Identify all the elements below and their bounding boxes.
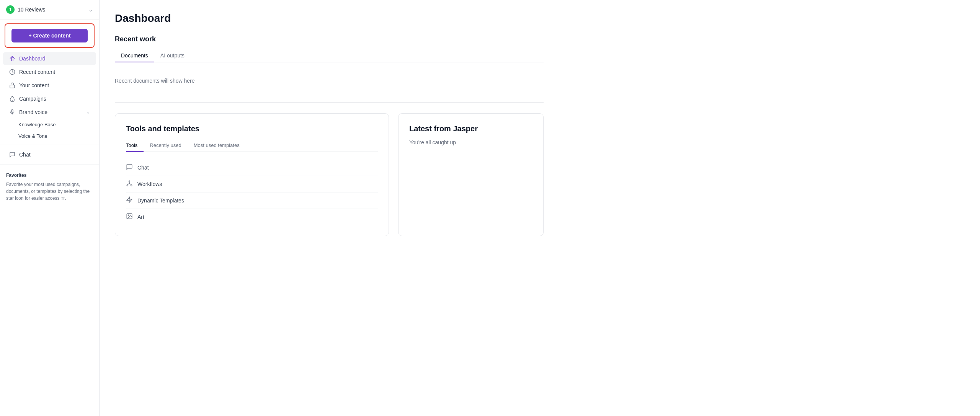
panel-tab-most-used[interactable]: Most used templates <box>188 139 246 152</box>
favorites-section: Favorites Favorite your most used campai… <box>0 168 99 206</box>
svg-line-10 <box>129 183 131 185</box>
workflows-tool-icon <box>126 180 133 188</box>
svg-point-5 <box>129 181 130 182</box>
sidebar-item-brand-voice[interactable]: Brand voice ⌄ <box>3 106 96 119</box>
sidebar-header: 1 10 Reviews ⌄ <box>0 0 99 20</box>
svg-rect-1 <box>10 85 15 88</box>
sidebar-item-knowledge-base-label: Knowledge Base <box>18 122 56 127</box>
favorites-description: Favorite your most used campaigns, docum… <box>6 181 93 202</box>
lock-icon <box>9 82 15 88</box>
reviews-title: 10 Reviews <box>18 7 88 13</box>
sidebar-item-your-content-label: Your content <box>19 82 49 88</box>
tab-documents[interactable]: Documents <box>115 49 154 62</box>
sidebar-item-chat-label: Chat <box>19 152 31 158</box>
page-title: Dashboard <box>115 12 544 24</box>
sidebar-item-recent-label: Recent content <box>19 69 55 75</box>
svg-line-9 <box>127 183 129 185</box>
jasper-panel-title: Latest from Jasper <box>409 124 532 133</box>
create-content-button[interactable]: + Create content <box>11 29 88 42</box>
chevron-down-icon: ⌄ <box>86 109 90 115</box>
mic-icon <box>9 109 15 115</box>
tool-item-workflows-label: Workflows <box>137 181 162 187</box>
tool-item-art-label: Art <box>137 214 144 220</box>
svg-rect-3 <box>11 109 13 112</box>
sidebar-item-brand-voice-label: Brand voice <box>19 109 47 115</box>
reviews-badge: 1 <box>6 5 15 14</box>
recent-work-title: Recent work <box>115 35 544 43</box>
dynamic-templates-icon <box>126 196 133 205</box>
sidebar-nav: Dashboard Recent content Your content <box>0 52 99 162</box>
tool-item-workflows[interactable]: Workflows <box>126 176 378 193</box>
tools-panel-title: Tools and templates <box>126 124 378 133</box>
sidebar-item-recent-content[interactable]: Recent content <box>3 65 96 78</box>
section-divider <box>115 102 544 103</box>
sidebar-item-campaigns[interactable]: Campaigns <box>3 92 96 105</box>
home-icon <box>9 55 15 62</box>
clock-icon <box>9 69 15 75</box>
sidebar-item-dashboard[interactable]: Dashboard <box>3 52 96 65</box>
recent-work-tabs: Documents AI outputs <box>115 49 544 62</box>
art-tool-icon <box>126 213 133 221</box>
create-button-wrapper: + Create content <box>5 23 95 48</box>
chevron-down-icon[interactable]: ⌄ <box>88 7 93 13</box>
svg-point-13 <box>128 215 129 215</box>
main-content: Dashboard Recent work Documents AI outpu… <box>100 0 980 416</box>
tool-item-art[interactable]: Art <box>126 209 378 225</box>
sidebar-item-campaigns-label: Campaigns <box>19 96 46 102</box>
jasper-panel-subtitle: You're all caught up <box>409 139 532 145</box>
sidebar: 1 10 Reviews ⌄ + Create content Dashboar… <box>0 0 100 416</box>
tools-panel-tabs: Tools Recently used Most used templates <box>126 139 378 152</box>
sidebar-item-dashboard-label: Dashboard <box>19 55 46 62</box>
favorites-title: Favorites <box>6 173 93 178</box>
sidebar-item-knowledge-base[interactable]: Knowledge Base <box>3 119 96 130</box>
tools-panel: Tools and templates Tools Recently used … <box>115 113 389 236</box>
tool-item-dynamic-templates[interactable]: Dynamic Templates <box>126 193 378 209</box>
bottom-panels: Tools and templates Tools Recently used … <box>115 113 544 236</box>
jasper-panel: Latest from Jasper You're all caught up <box>398 113 544 236</box>
sidebar-item-chat[interactable]: Chat <box>3 148 96 161</box>
chat-icon <box>9 152 15 158</box>
panel-tab-recently-used[interactable]: Recently used <box>144 139 187 152</box>
sidebar-divider <box>0 145 99 145</box>
rocket-icon <box>9 96 15 102</box>
tab-ai-outputs[interactable]: AI outputs <box>154 49 191 62</box>
svg-point-6 <box>127 185 128 186</box>
sidebar-divider-2 <box>0 165 99 165</box>
chat-tool-icon <box>126 163 133 172</box>
sidebar-item-voice-tone[interactable]: Voice & Tone <box>3 131 96 142</box>
tool-item-chat-label: Chat <box>137 165 149 171</box>
sidebar-item-voice-tone-label: Voice & Tone <box>18 133 47 139</box>
sidebar-item-your-content[interactable]: Your content <box>3 79 96 92</box>
tool-item-dynamic-label: Dynamic Templates <box>137 197 184 204</box>
panel-tab-tools[interactable]: Tools <box>126 139 144 152</box>
svg-point-7 <box>131 185 132 186</box>
recent-work-empty-state: Recent documents will show here <box>115 70 544 91</box>
svg-marker-11 <box>127 197 132 203</box>
tool-item-chat[interactable]: Chat <box>126 160 378 176</box>
